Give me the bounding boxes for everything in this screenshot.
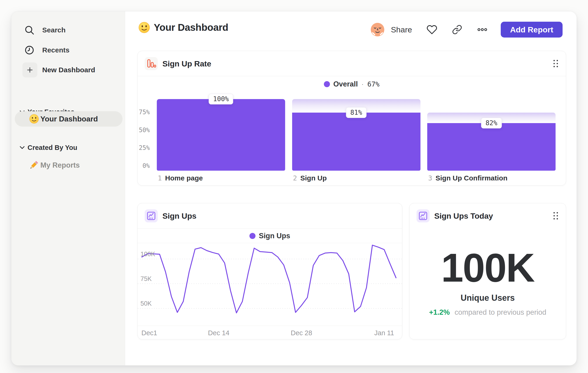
plus-icon [22,62,37,77]
funnel-y-tick: 75% [138,109,150,116]
more-options-icon[interactable] [477,24,488,35]
page-title: Your Dashboard [154,22,228,33]
sign-ups-today-card: Sign Ups Today 100K Unique Users +1.2% c… [409,203,566,339]
step-index: 3 [428,174,432,182]
copy-link-icon[interactable] [452,24,462,35]
drag-handle-icon[interactable] [553,211,559,221]
line-y-tick: 75K [140,275,152,282]
sidebar-item-label: Recents [42,46,70,54]
card-header: Sign Ups Today [410,203,566,229]
unique-users-label: Unique Users [410,293,566,303]
line-chart-icon [145,209,158,222]
funnel-y-tick: 25% [138,144,150,151]
step-index: 2 [293,174,297,182]
line-plot[interactable]: 100K75K50K [138,243,402,326]
legend-label: Sign Ups [259,232,290,240]
unique-users-value: 100K [410,248,566,288]
sidebar-item-label: New Dashboard [42,66,95,74]
section-label: Created By You [28,144,77,151]
sidebar-item-new-dashboard[interactable]: New Dashboard [11,62,125,77]
funnel-plot[interactable]: 75%50%25%0%100%1Home page81%2Sign Up82%3… [138,51,566,185]
step-name: Home page [165,174,203,182]
funnel-step-label: 2Sign Up [293,174,327,182]
app-window: Search Recents New Dashboard Your Favori… [11,11,577,365]
sidebar-item-search[interactable]: Search [11,24,125,37]
line-y-tick: 100K [140,251,155,258]
search-icon [24,24,35,36]
delta-value: +1.2% [429,308,450,316]
card-title: Sign Ups [162,203,197,229]
funnel-bar[interactable] [292,113,420,171]
sign-up-rate-card: Sign Up Rate Overall · 67% 75%50%25%0%10… [137,51,566,186]
sidebar: Search Recents New Dashboard Your Favori… [11,11,125,365]
line-chart-icon [417,209,430,222]
line-x-tick: Dec 28 [291,329,312,337]
smiley-emoji-icon [138,22,150,33]
funnel-bar[interactable] [427,123,556,171]
favorite-heart-icon[interactable] [427,24,437,35]
funnel-step-label: 3Sign Up Confirmation [428,174,507,182]
smiley-emoji-icon [29,114,39,124]
card-title: Sign Ups Today [434,203,493,229]
share-button[interactable]: Share [391,25,412,34]
sidebar-item-my-reports[interactable]: My Reports [11,159,125,172]
line-chart-svg [138,243,402,326]
funnel-step-label: 1Home page [158,174,203,182]
pencil-emoji-icon [28,160,39,171]
line-legend: Sign Ups [138,231,402,241]
sidebar-item-label: Search [42,26,66,34]
sidebar-item-label: My Reports [40,159,80,172]
sidebar-item-recents[interactable]: Recents [11,44,125,57]
sidebar-item-label: Your Dashboard [40,111,98,127]
sidebar-item-your-dashboard[interactable]: Your Dashboard [15,111,123,127]
sidebar-section-created-by-you[interactable]: Created By You [11,142,125,153]
step-name: Sign Up [300,174,327,182]
funnel-bar[interactable] [157,99,285,171]
line-x-tick: Dec 14 [208,329,229,337]
line-y-tick: 50K [140,300,152,307]
funnel-y-tick: 50% [138,127,150,134]
step-index: 1 [158,174,162,182]
delta-row: +1.2% compared to previous period [410,308,566,317]
funnel-bar-value-tooltip: 81% [346,107,367,118]
sign-ups-card: Sign Ups Sign Ups 100K75K50K Dec1Dec 14D… [137,203,402,339]
card-header: Sign Ups [138,203,402,229]
funnel-bar-value-tooltip: 100% [209,94,233,104]
avatar[interactable] [371,23,384,36]
sign-ups-series-line [142,245,396,313]
clock-icon [24,44,35,56]
line-x-tick: Dec1 [141,329,157,337]
funnel-bar-value-tooltip: 82% [481,118,502,129]
line-x-axis: Dec1Dec 14Dec 28Jan 11 [138,326,402,340]
line-x-tick: Jan 11 [374,329,394,337]
funnel-y-tick: 0% [138,162,150,169]
add-report-button[interactable]: Add Report [501,22,563,38]
delta-note: compared to previous period [454,308,546,316]
step-name: Sign Up Confirmation [435,174,507,182]
legend-dot [249,233,255,239]
chevron-down-icon [20,145,25,150]
